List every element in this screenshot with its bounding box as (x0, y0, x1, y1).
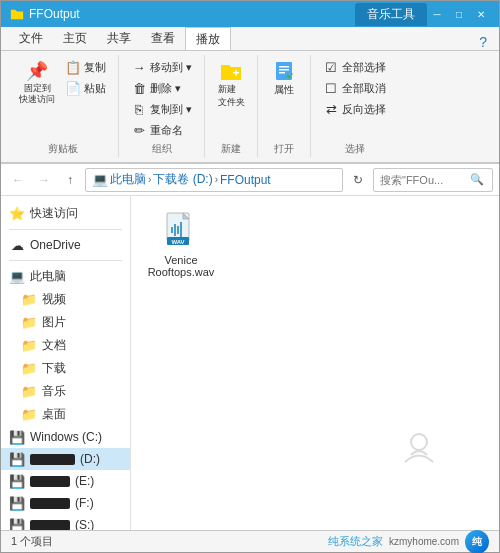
deselect-all-button[interactable]: ☐ 全部取消 (319, 78, 390, 98)
ribbon-group-open: 属性 打开 (258, 55, 311, 158)
window: FFOutput 音乐工具 ─ □ ✕ 文件 主页 共享 查看 播放 ? 📌 固… (0, 0, 500, 553)
select-all-icon: ☑ (323, 59, 339, 75)
sidebar-item-videos[interactable]: 📁 视频 (1, 288, 130, 311)
sep1: › (148, 174, 151, 185)
pictures-folder-icon: 📁 (21, 315, 37, 331)
move-label: 移动到 ▾ (150, 60, 192, 75)
status-bar: 1 个项目 纯系统之家 kzmyhome.com 纯 (1, 530, 499, 552)
folder-icon (9, 6, 25, 22)
tab-play[interactable]: 播放 (185, 27, 231, 50)
sidebar-item-this-pc[interactable]: 💻 此电脑 (1, 265, 130, 288)
sidebar-music-label: 音乐 (42, 383, 66, 400)
help-icon[interactable]: ? (479, 34, 491, 50)
sidebar-item-quick-access[interactable]: ⭐ 快速访问 (1, 202, 130, 225)
copy-icon: 📋 (65, 59, 81, 75)
this-pc-icon: 💻 (9, 269, 25, 285)
new-folder-button[interactable]: 新建文件夹 (213, 57, 249, 111)
sep2: › (215, 174, 218, 185)
title-tab: 音乐工具 (355, 3, 427, 26)
refresh-button[interactable]: ↻ (347, 169, 369, 191)
d-drive-suffix: (D:) (80, 452, 100, 466)
search-box[interactable]: 🔍 (373, 168, 493, 192)
tab-view[interactable]: 查看 (141, 27, 185, 50)
breadcrumb-folder[interactable]: FFOutput (220, 173, 271, 187)
svg-rect-3 (279, 66, 289, 68)
invert-selection-button[interactable]: ⇄ 反向选择 (319, 99, 390, 119)
sidebar-item-onedrive[interactable]: ☁ OneDrive (1, 234, 130, 256)
status-logo-text: 纯系统之家 (328, 534, 383, 549)
rename-button[interactable]: ✏ 重命名 (127, 120, 196, 140)
sidebar-item-s-drive[interactable]: 💾 (S:) (1, 514, 130, 530)
sidebar-item-f-drive[interactable]: 💾 (F:) (1, 492, 130, 514)
d-drive-icon: 💾 (9, 451, 25, 467)
main-area: ⭐ 快速访问 ☁ OneDrive 💻 此电脑 📁 视频 📁 图片 (1, 196, 499, 530)
back-button[interactable]: ← (7, 169, 29, 191)
c-drive-icon: 💾 (9, 429, 25, 445)
divider-1 (9, 229, 122, 230)
tab-home[interactable]: 主页 (53, 27, 97, 50)
paste-button[interactable]: 📄 粘贴 (61, 78, 110, 98)
status-right: 纯系统之家 kzmyhome.com 纯 (328, 530, 489, 554)
breadcrumb-pc[interactable]: 此电脑 (110, 171, 146, 188)
properties-icon (272, 59, 296, 83)
deselect-label: 全部取消 (342, 81, 386, 96)
move-to-button[interactable]: → 移动到 ▾ (127, 57, 196, 77)
new-folder-icon (219, 59, 243, 83)
select-all-button[interactable]: ☑ 全部选择 (319, 57, 390, 77)
maximize-button[interactable]: □ (449, 5, 469, 23)
deselect-icon: ☐ (323, 80, 339, 96)
tab-share[interactable]: 共享 (97, 27, 141, 50)
sidebar-item-d-drive[interactable]: 💾 (D:) (1, 448, 130, 470)
breadcrumb-drive[interactable]: 下载卷 (D:) (153, 171, 212, 188)
sidebar-item-desktop[interactable]: 📁 桌面 (1, 403, 130, 426)
sidebar-documents-label: 文档 (42, 337, 66, 354)
videos-folder-icon: 📁 (21, 292, 37, 308)
watermark (399, 427, 439, 470)
pin-label: 固定到快速访问 (19, 83, 55, 105)
sidebar: ⭐ 快速访问 ☁ OneDrive 💻 此电脑 📁 视频 📁 图片 (1, 196, 131, 530)
sidebar-pictures-label: 图片 (42, 314, 66, 331)
file-item-venice[interactable]: WAV Venice Rooftops.wav (141, 206, 221, 282)
ribbon-toolbar: 📌 固定到快速访问 📋 复制 📄 粘贴 剪贴板 (1, 51, 499, 164)
up-button[interactable]: ↑ (59, 169, 81, 191)
quick-access-icon: ⭐ (9, 206, 25, 222)
svg-rect-1 (235, 70, 237, 76)
clipboard-buttons: 📌 固定到快速访问 📋 复制 📄 粘贴 (15, 57, 110, 140)
sidebar-item-c-drive[interactable]: 💾 Windows (C:) (1, 426, 130, 448)
minimize-button[interactable]: ─ (427, 5, 447, 23)
sidebar-item-e-drive[interactable]: 💾 (E:) (1, 470, 130, 492)
copy-to-button[interactable]: ⎘ 复制到 ▾ (127, 99, 196, 119)
file-name-venice: Venice Rooftops.wav (145, 254, 217, 278)
downloads-folder-icon: 📁 (21, 361, 37, 377)
s-drive-suffix: (S:) (75, 518, 94, 530)
window-title: FFOutput (29, 7, 351, 21)
ribbon-group-clipboard: 📌 固定到快速访问 📋 复制 📄 粘贴 剪贴板 (7, 55, 119, 158)
copy-button[interactable]: 📋 复制 (61, 57, 110, 77)
search-input[interactable] (380, 174, 470, 186)
sidebar-item-downloads[interactable]: 📁 下载 (1, 357, 130, 380)
delete-button[interactable]: 🗑 删除 ▾ (127, 78, 196, 98)
sidebar-thispc-label: 此电脑 (30, 268, 66, 285)
search-icon: 🔍 (470, 173, 484, 186)
forward-button[interactable]: → (33, 169, 55, 191)
address-breadcrumb[interactable]: 💻 此电脑 › 下载卷 (D:) › FFOutput (85, 168, 343, 192)
tab-file[interactable]: 文件 (9, 27, 53, 50)
organize-col: → 移动到 ▾ 🗑 删除 ▾ ⎘ 复制到 ▾ ✏ 重命名 (127, 57, 196, 140)
item-count: 1 个项目 (11, 534, 53, 549)
sidebar-item-documents[interactable]: 📁 文档 (1, 334, 130, 357)
divider-2 (9, 260, 122, 261)
window-controls: ─ □ ✕ (427, 5, 491, 23)
properties-button[interactable]: 属性 (266, 57, 302, 99)
sidebar-videos-label: 视频 (42, 291, 66, 308)
new-label: 新建 (221, 140, 241, 156)
pin-to-quick-access-button[interactable]: 📌 固定到快速访问 (15, 57, 59, 107)
new-buttons: 新建文件夹 (213, 57, 249, 140)
sidebar-item-pictures[interactable]: 📁 图片 (1, 311, 130, 334)
close-button[interactable]: ✕ (471, 5, 491, 23)
sidebar-item-music[interactable]: 📁 音乐 (1, 380, 130, 403)
sidebar-onedrive-label: OneDrive (30, 238, 81, 252)
svg-point-14 (411, 434, 427, 450)
breadcrumb-pc-icon: 💻 (92, 172, 108, 187)
f-drive-label-blurred (30, 498, 70, 509)
open-buttons: 属性 (266, 57, 302, 140)
